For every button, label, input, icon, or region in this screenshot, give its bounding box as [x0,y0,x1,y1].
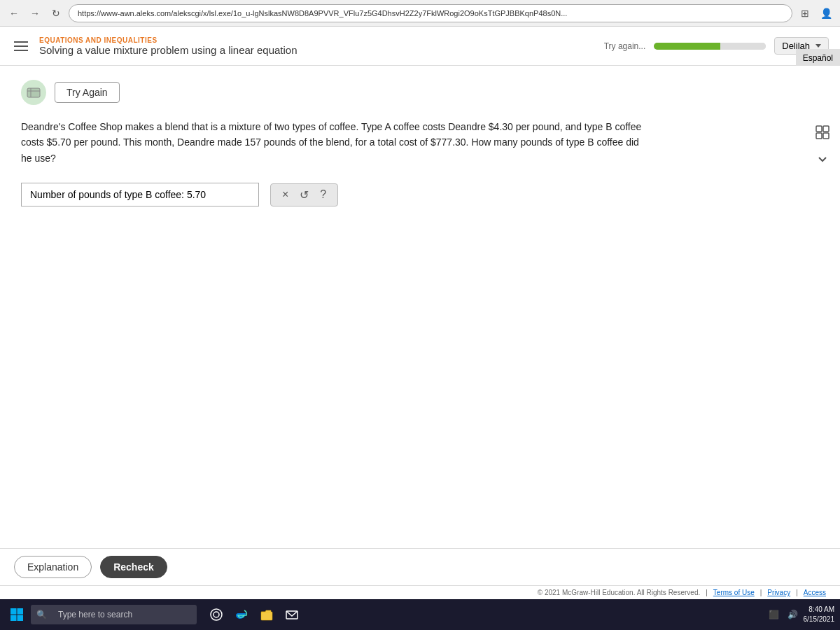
taskbar-search-area[interactable]: 🔍 [31,605,197,624]
browser-right-icons: ⊞ 👤 [797,5,834,22]
svg-rect-7 [10,608,17,615]
try-again-area: Try Again [21,80,819,105]
footer-divider3: | [796,589,798,596]
taskbar-mail[interactable] [281,603,303,626]
search-icon: 🔍 [36,610,47,620]
taskbar-clock: 8:40 AM 6/15/2021 [804,605,835,624]
taskbar-volume-icon[interactable]: 🔊 [785,608,801,621]
taskbar-cortana[interactable] [205,603,227,626]
forward-button[interactable]: → [27,5,43,22]
chevron-down-icon [816,44,821,48]
taskbar-file-explorer[interactable] [255,603,278,626]
try-again-label: Try again... [604,41,646,51]
footer-bar: © 2021 McGraw-Hill Education. All Rights… [0,585,840,599]
problem-text: Deandre's Coffee Shop makes a blend that… [21,119,651,166]
menu-button[interactable] [11,38,31,54]
footer-divider2: | [760,589,762,596]
espanol-button[interactable]: Español [796,49,840,67]
svg-rect-10 [18,615,24,622]
answer-row: × ↺ ? [21,183,819,206]
right-side-icons [812,122,833,169]
privacy-link[interactable]: Privacy [767,589,790,596]
svg-rect-6 [823,133,829,139]
header-right: Try again... Delilah [604,37,829,55]
copyright-text: © 2021 McGraw-Hill Education. All Rights… [538,589,700,596]
try-again-button[interactable]: Try Again [55,82,120,103]
access-link[interactable]: Access [804,589,826,596]
taskbar-system-icons: ⬛ 🔊 8:40 AM 6/15/2021 [766,605,835,624]
section-label: EQUATIONS AND INEQUALITIES [39,36,298,44]
aleks-icon [21,80,46,105]
header-title-block: EQUATIONS AND INEQUALITIES Solving a val… [39,36,298,56]
header-bar: EQUATIONS AND INEQUALITIES Solving a val… [0,27,840,66]
answer-toolbar: × ↺ ? [270,183,338,206]
svg-point-11 [211,609,222,620]
taskbar: 🔍 ⬛ 🔊 8:40 AM 6/15/2021 [0,599,840,630]
clear-button[interactable]: × [282,188,288,201]
svg-rect-0 [27,88,40,97]
footer-divider: | [706,589,708,596]
svg-point-12 [214,612,219,617]
browser-chrome: ← → ↻ https://www-awn.aleks.com/alekscgi… [0,0,840,27]
progress-bar [654,43,766,50]
chevron-down-button[interactable] [812,148,833,169]
main-container: EQUATIONS AND INEQUALITIES Solving a val… [0,27,840,599]
svg-rect-3 [816,126,822,132]
svg-rect-13 [261,612,272,620]
help-button[interactable]: ? [320,188,326,201]
explanation-button[interactable]: Explanation [14,556,92,578]
content-area: Try Again Deandre's Coffee Shop makes a … [0,66,840,548]
recheck-button[interactable]: Recheck [100,556,167,578]
svg-rect-4 [823,126,829,132]
terms-link[interactable]: Terms of Use [713,589,755,596]
svg-rect-9 [10,615,17,622]
profile-button[interactable]: 👤 [818,5,834,22]
taskbar-network-icon: ⬛ [766,608,782,621]
back-button[interactable]: ← [6,5,22,22]
grid-icon-button[interactable] [812,122,833,143]
page-title: Solving a value mixture problem using a … [39,44,298,56]
header-left: EQUATIONS AND INEQUALITIES Solving a val… [11,36,298,56]
svg-rect-5 [816,133,822,139]
bottom-bar: Explanation Recheck [0,548,840,585]
taskbar-edge[interactable] [230,603,253,626]
answer-input[interactable] [21,183,259,206]
svg-rect-8 [18,608,24,615]
refresh-button[interactable]: ↻ [48,5,64,22]
url-bar[interactable]: https://www-awn.aleks.com/alekscgi/x/lsl… [69,4,792,22]
taskbar-search-input[interactable] [51,605,191,624]
windows-start-button[interactable] [6,603,28,626]
undo-button[interactable]: ↺ [300,188,309,202]
extensions-button[interactable]: ⊞ [797,5,813,22]
